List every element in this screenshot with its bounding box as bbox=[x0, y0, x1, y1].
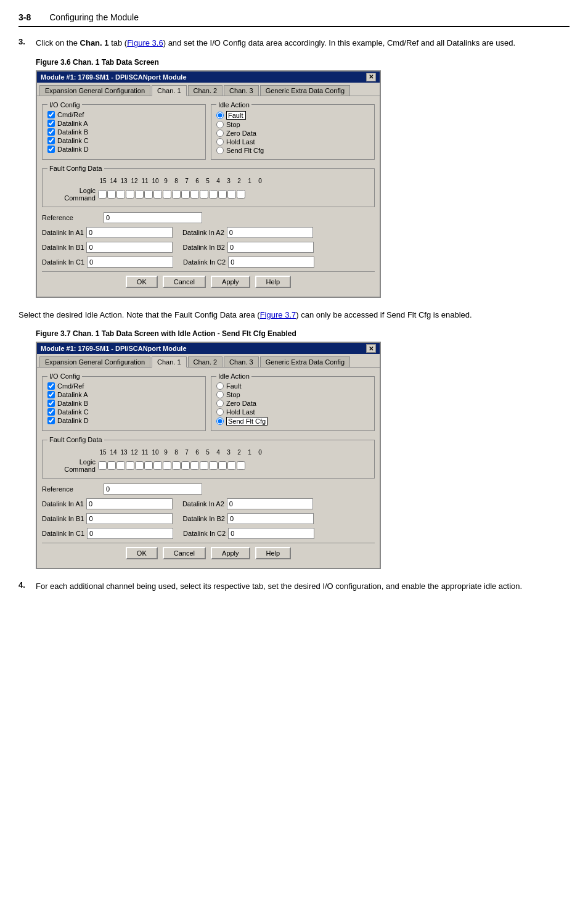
figure37-link[interactable]: Figure 3.7 bbox=[260, 310, 296, 319]
tab37-chan1[interactable]: Chan. 1 bbox=[152, 356, 187, 368]
figure37-dialog-wrap: Module #1: 1769-SM1 - DPI/SCANport Modul… bbox=[36, 342, 570, 569]
bit-15[interactable] bbox=[98, 190, 107, 199]
radio37-zerodata-input[interactable] bbox=[216, 400, 224, 407]
dl-c1-input[interactable] bbox=[87, 257, 173, 268]
radio37-holdlast-input[interactable] bbox=[216, 408, 224, 416]
radio-sendfltcfg-label: Send Flt Cfg bbox=[226, 147, 264, 154]
bit37-4[interactable] bbox=[200, 461, 208, 470]
cb37-datalinkb-input[interactable] bbox=[47, 400, 55, 407]
dl37-b2-col: Datalink In B2 bbox=[182, 513, 313, 524]
cb-datalinkd-input[interactable] bbox=[47, 146, 55, 153]
bit37-7[interactable] bbox=[172, 461, 181, 470]
bit-5[interactable] bbox=[190, 190, 199, 199]
bit-2[interactable] bbox=[218, 190, 227, 199]
tab-chan2[interactable]: Chan. 2 bbox=[188, 85, 223, 96]
bit37-2[interactable] bbox=[218, 461, 227, 470]
help-button-37[interactable]: Help bbox=[255, 547, 292, 559]
tab-chan1[interactable]: Chan. 1 bbox=[152, 85, 187, 96]
bit37-12[interactable] bbox=[126, 461, 134, 470]
radio-fault-input[interactable] bbox=[216, 112, 224, 119]
bit-4[interactable] bbox=[200, 190, 208, 199]
cb37-datalinkc-input[interactable] bbox=[47, 408, 55, 416]
radio-sendfltcfg-input[interactable] bbox=[216, 147, 224, 154]
bit37-5[interactable] bbox=[190, 461, 199, 470]
radio37-sendfltcfg: Send Flt Cfg bbox=[216, 417, 369, 426]
cb37-datalinka-input[interactable] bbox=[47, 391, 55, 398]
dl37-a2-input[interactable] bbox=[227, 498, 313, 509]
dl37-c1-input[interactable] bbox=[87, 528, 173, 539]
cb37-cmdref-input[interactable] bbox=[47, 382, 55, 390]
cancel-button-37[interactable]: Cancel bbox=[163, 547, 206, 559]
tab-generic[interactable]: Generic Extra Data Config bbox=[260, 85, 350, 96]
close-button[interactable]: ✕ bbox=[366, 73, 376, 81]
radio37-sendfltcfg-input[interactable] bbox=[216, 417, 224, 425]
dl37-b2-label: Datalink In B2 bbox=[182, 515, 224, 522]
cb-cmdref-label: Cmd/Ref bbox=[57, 111, 84, 118]
dl37-b1-input[interactable] bbox=[86, 513, 173, 524]
figure36-link[interactable]: Figure 3.6 bbox=[127, 38, 163, 47]
dl37-c2-input[interactable] bbox=[228, 528, 314, 539]
cb-datalinkb-input[interactable] bbox=[47, 128, 55, 136]
ok-button[interactable]: OK bbox=[126, 276, 158, 288]
fault-config-section: Fault Config Data 15 14 13 12 11 10 9 8 bbox=[42, 168, 375, 207]
radio37-stop-input[interactable] bbox=[216, 391, 224, 398]
bit37-6[interactable] bbox=[181, 461, 190, 470]
dl-b1-input[interactable] bbox=[86, 242, 173, 253]
close-button-37[interactable]: ✕ bbox=[366, 344, 376, 353]
bit-3[interactable] bbox=[209, 190, 218, 199]
tab37-expansion-general[interactable]: Expansion General Configuration bbox=[39, 356, 150, 367]
tab37-chan3[interactable]: Chan. 3 bbox=[224, 356, 259, 367]
bit-12[interactable] bbox=[126, 190, 134, 199]
dl37-b1-col: Datalink In B1 bbox=[42, 513, 173, 524]
dl-c2-input[interactable] bbox=[228, 257, 314, 268]
bit37-15[interactable] bbox=[98, 461, 107, 470]
reference-row-37: Reference bbox=[42, 483, 375, 495]
dl-b1-label: Datalink In B1 bbox=[42, 244, 84, 251]
bit-14[interactable] bbox=[107, 190, 116, 199]
apply-button-37[interactable]: Apply bbox=[211, 547, 250, 559]
radio-holdlast-input[interactable] bbox=[216, 138, 224, 146]
bit37-9[interactable] bbox=[153, 461, 162, 470]
dl37-b2-input[interactable] bbox=[227, 513, 314, 524]
radio-zerodata-input[interactable] bbox=[216, 130, 224, 137]
reference-input[interactable] bbox=[104, 212, 202, 223]
bit37-3[interactable] bbox=[209, 461, 218, 470]
radio37-fault-input[interactable] bbox=[216, 382, 224, 390]
step-4-text: For each additional channel being used, … bbox=[36, 580, 522, 593]
cb37-datalinkd-input[interactable] bbox=[47, 417, 55, 424]
bit-9[interactable] bbox=[153, 190, 162, 199]
bit-0[interactable] bbox=[237, 190, 245, 199]
ok-button-37[interactable]: OK bbox=[126, 547, 158, 559]
dl-a2-input[interactable] bbox=[227, 227, 313, 238]
bit-1[interactable] bbox=[227, 190, 236, 199]
cb-cmdref-input[interactable] bbox=[47, 111, 55, 118]
bit-13[interactable] bbox=[116, 190, 125, 199]
bit37-13[interactable] bbox=[116, 461, 125, 470]
cb-datalinkc-input[interactable] bbox=[47, 137, 55, 144]
cancel-button[interactable]: Cancel bbox=[163, 276, 206, 288]
dl-b2-input[interactable] bbox=[227, 242, 314, 253]
tab-chan3[interactable]: Chan. 3 bbox=[224, 85, 259, 96]
bit37-8[interactable] bbox=[163, 461, 171, 470]
bit37-1[interactable] bbox=[227, 461, 236, 470]
tab37-chan2[interactable]: Chan. 2 bbox=[188, 356, 223, 367]
dl-a1-input[interactable] bbox=[86, 227, 173, 238]
bit-10[interactable] bbox=[144, 190, 153, 199]
tab-expansion-general[interactable]: Expansion General Configuration bbox=[39, 85, 150, 96]
help-button[interactable]: Help bbox=[255, 276, 292, 288]
bit37-11[interactable] bbox=[135, 461, 144, 470]
dl37-b1-label: Datalink In B1 bbox=[42, 515, 84, 522]
reference-input-37[interactable] bbox=[104, 483, 202, 495]
radio-stop-input[interactable] bbox=[216, 121, 224, 128]
bit-11[interactable] bbox=[135, 190, 144, 199]
tab37-generic[interactable]: Generic Extra Data Config bbox=[260, 356, 350, 367]
dl37-a1-input[interactable] bbox=[86, 498, 173, 509]
bit37-14[interactable] bbox=[107, 461, 116, 470]
bit-6[interactable] bbox=[181, 190, 190, 199]
bit-7[interactable] bbox=[172, 190, 181, 199]
bit-8[interactable] bbox=[163, 190, 171, 199]
bit37-0[interactable] bbox=[237, 461, 245, 470]
cb-datalinka-input[interactable] bbox=[47, 120, 55, 127]
bit37-10[interactable] bbox=[144, 461, 153, 470]
apply-button[interactable]: Apply bbox=[211, 276, 250, 288]
